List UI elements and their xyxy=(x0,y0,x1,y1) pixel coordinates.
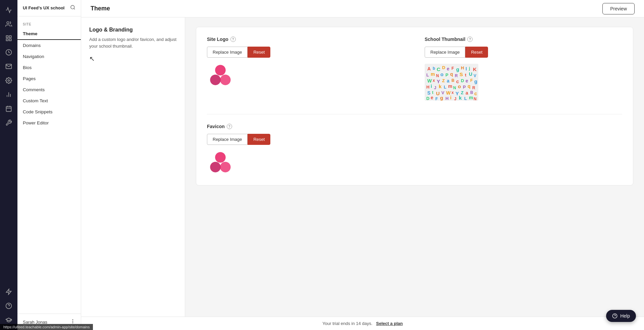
sidebar-section-label: SITE xyxy=(17,16,81,28)
help-circle-icon[interactable] xyxy=(3,300,15,312)
school-thumbnail-replace-button[interactable]: Replace Image xyxy=(425,47,465,58)
svg-text:g: g xyxy=(440,95,443,101)
school-thumbnail-help-icon[interactable]: ? xyxy=(467,37,473,42)
svg-text:i: i xyxy=(431,84,432,89)
reports-icon[interactable] xyxy=(3,89,15,101)
calendar-icon[interactable] xyxy=(3,103,15,115)
svg-text:x: x xyxy=(433,78,435,83)
revenue-icon[interactable] xyxy=(3,46,15,58)
svg-text:J: J xyxy=(434,86,436,90)
svg-text:V: V xyxy=(474,73,476,78)
svg-text:R: R xyxy=(472,86,475,90)
site-logo-title: Site Logo ? xyxy=(207,37,405,42)
svg-text:m: m xyxy=(469,95,473,100)
svg-text:K: K xyxy=(473,66,477,72)
svg-marker-14 xyxy=(6,289,11,295)
favicon-section: Favicon ? Replace Image Reset xyxy=(207,124,405,176)
site-logo-replace-button[interactable]: Replace Image xyxy=(207,47,248,58)
svg-text:C: C xyxy=(437,66,440,72)
svg-text:D: D xyxy=(442,65,445,70)
trial-bar: Your trial ends in 14 days. Select a pla… xyxy=(81,317,644,330)
sidebar-item-theme[interactable]: Theme xyxy=(17,28,81,40)
favicon-reset-button[interactable]: Reset xyxy=(248,134,270,145)
sidebar-item-pages[interactable]: Pages xyxy=(17,73,81,84)
sidebar-item-power-editor[interactable]: Power Editor xyxy=(17,117,81,128)
sidebar-item-navigation[interactable]: Navigation xyxy=(17,51,81,62)
favicon-empty-section xyxy=(425,124,622,176)
svg-text:H: H xyxy=(461,65,464,70)
sidebar-item-bios[interactable]: Bios xyxy=(17,62,81,73)
left-panel-title: Logo & Branding xyxy=(89,27,177,33)
site-logo-btn-group: Replace Image Reset xyxy=(207,47,405,58)
school-thumbnail-section: School Thumbnail ? Replace Image Reset xyxy=(425,37,622,101)
sidebar: UI Feed's UX school SITE Theme Domains N… xyxy=(17,0,81,330)
svg-point-94 xyxy=(220,162,231,172)
sidebar-item-custom-text[interactable]: Custom Text xyxy=(17,95,81,106)
svg-text:N: N xyxy=(474,97,477,101)
svg-rect-10 xyxy=(6,106,11,111)
sidebar-item-comments[interactable]: Comments xyxy=(17,84,81,95)
sidebar-item-code-snippets[interactable]: Code Snippets xyxy=(17,106,81,117)
svg-rect-1 xyxy=(6,36,8,38)
svg-text:N: N xyxy=(453,86,456,90)
site-logo-help-icon[interactable]: ? xyxy=(230,37,236,42)
svg-text:t: t xyxy=(432,90,433,95)
school-thumbnail-btn-group: Replace Image Reset xyxy=(425,47,622,58)
select-plan-link[interactable]: Select a plan xyxy=(376,321,402,326)
svg-text:V: V xyxy=(441,90,444,95)
svg-text:Y: Y xyxy=(455,91,459,96)
school-thumbnail-title: School Thumbnail ? xyxy=(425,37,622,42)
svg-text:D: D xyxy=(461,78,464,83)
svg-text:c: c xyxy=(474,91,477,96)
sidebar-item-domains[interactable]: Domains xyxy=(17,40,81,51)
svg-text:q: q xyxy=(450,71,453,77)
svg-rect-2 xyxy=(9,36,11,38)
right-panel: Site Logo ? Replace Image Reset xyxy=(185,17,644,317)
users-icon[interactable] xyxy=(3,18,15,30)
trial-message: Your trial ends in 14 days. xyxy=(322,321,372,326)
svg-text:q: q xyxy=(468,84,471,89)
favicon-replace-button[interactable]: Replace Image xyxy=(207,134,248,145)
page-title: Theme xyxy=(91,5,110,12)
content-area: Logo & Branding Add a custom logo and/or… xyxy=(81,17,644,317)
svg-text:S: S xyxy=(460,71,463,77)
svg-text:F: F xyxy=(435,97,438,101)
app-title: UI Feed's UX school xyxy=(23,5,64,11)
favicon-help-icon[interactable]: ? xyxy=(227,124,232,129)
school-thumbnail-reset-button[interactable]: Reset xyxy=(465,47,488,58)
settings-icon[interactable] xyxy=(3,74,15,87)
help-fab-icon xyxy=(612,313,618,319)
left-panel-description: Add a custom logo and/or favicon, and ad… xyxy=(89,36,177,49)
svg-text:e: e xyxy=(466,78,468,84)
preview-button[interactable]: Preview xyxy=(602,3,635,14)
svg-point-19 xyxy=(72,320,73,320)
lightning-icon[interactable] xyxy=(3,286,15,298)
svg-text:k: k xyxy=(439,84,442,89)
analytics-icon[interactable] xyxy=(3,4,15,16)
svg-text:D: D xyxy=(426,96,429,101)
tools-icon[interactable] xyxy=(3,117,15,129)
svg-text:g: g xyxy=(456,66,459,72)
svg-text:L: L xyxy=(444,85,446,90)
search-icon[interactable] xyxy=(70,5,75,11)
svg-text:P: P xyxy=(445,72,448,77)
svg-point-17 xyxy=(71,5,74,9)
email-icon[interactable] xyxy=(3,60,15,72)
svg-line-18 xyxy=(74,8,75,9)
svg-text:H: H xyxy=(445,96,448,101)
svg-text:a: a xyxy=(466,90,468,96)
svg-text:k: k xyxy=(459,95,462,101)
svg-text:x: x xyxy=(451,90,454,95)
dashboard-icon[interactable] xyxy=(3,32,15,44)
svg-text:e: e xyxy=(447,66,449,71)
svg-rect-3 xyxy=(9,39,11,41)
help-fab[interactable]: Help xyxy=(606,310,636,322)
svg-text:R: R xyxy=(455,73,458,78)
svg-text:t: t xyxy=(465,72,467,77)
svg-point-92 xyxy=(215,152,226,163)
svg-text:H: H xyxy=(426,85,429,90)
favicon-preview xyxy=(207,151,234,174)
svg-text:b: b xyxy=(433,66,435,71)
branding-row-top: Site Logo ? Replace Image Reset xyxy=(207,37,622,101)
site-logo-reset-button[interactable]: Reset xyxy=(248,47,270,58)
